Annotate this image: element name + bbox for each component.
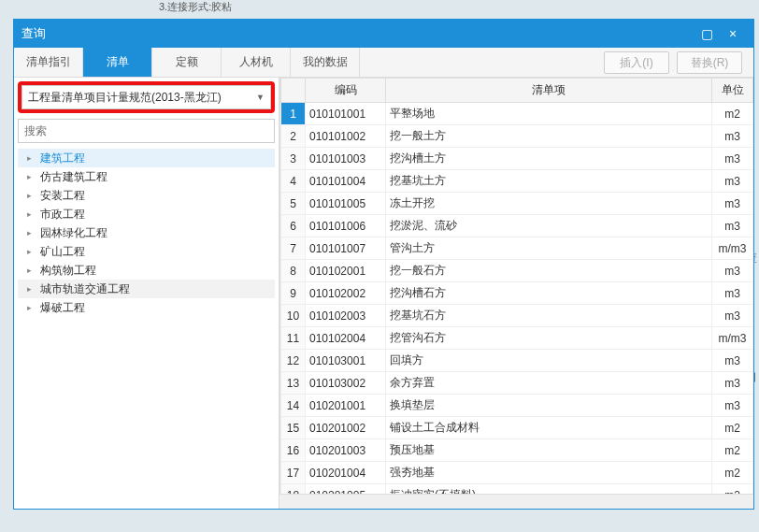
tree-item[interactable]: ▸爆破工程 bbox=[18, 298, 275, 317]
horizontal-scrollbar[interactable] bbox=[279, 494, 753, 509]
row-index: 9 bbox=[281, 282, 306, 305]
cell-code: 010102004 bbox=[306, 327, 386, 350]
spec-dropdown[interactable]: 工程量清单项目计量规范(2013-黑龙江) ▼ bbox=[21, 85, 271, 109]
row-index: 5 bbox=[281, 193, 306, 215]
spec-dropdown-highlight: 工程量清单项目计量规范(2013-黑龙江) ▼ bbox=[18, 81, 275, 113]
caret-right-icon: ▸ bbox=[27, 228, 36, 237]
cell-name: 回填方 bbox=[386, 350, 712, 372]
tree-item-label: 城市轨道交通工程 bbox=[40, 281, 130, 297]
tab-quota[interactable]: 定额 bbox=[152, 48, 222, 77]
tree-item-label: 构筑物工程 bbox=[40, 263, 96, 279]
cell-name: 铺设土工合成材料 bbox=[386, 417, 712, 439]
caret-right-icon: ▸ bbox=[27, 172, 36, 181]
dialog-title: 查询 bbox=[21, 25, 46, 42]
cell-code: 010201003 bbox=[306, 439, 386, 462]
table-row[interactable]: 17010201004强夯地基m2 bbox=[281, 462, 753, 484]
table-row[interactable]: 7010101007管沟土方m/m3 bbox=[281, 237, 753, 260]
table-row[interactable]: 3010101003挖沟槽土方m3 bbox=[281, 148, 753, 170]
tab-list[interactable]: 清单 bbox=[83, 48, 152, 77]
category-tree: ▸建筑工程▸仿古建筑工程▸安装工程▸市政工程▸园林绿化工程▸矿山工程▸构筑物工程… bbox=[18, 149, 275, 505]
table-wrap[interactable]: 编码 清单项 单位 1010101001平整场地m22010101002挖一般土… bbox=[279, 78, 753, 494]
cell-unit: m3 bbox=[712, 170, 753, 193]
cell-name: 挖管沟石方 bbox=[386, 327, 712, 350]
table-row[interactable]: 14010201001换填垫层m3 bbox=[281, 395, 753, 417]
tree-item[interactable]: ▸矿山工程 bbox=[18, 242, 275, 261]
tab-list-guide[interactable]: 清单指引 bbox=[14, 48, 83, 77]
table-row[interactable]: 11010102004挖管沟石方m/m3 bbox=[281, 327, 753, 350]
cell-name: 管沟土方 bbox=[386, 237, 712, 260]
background-text: 3.连接形式:胶粘 bbox=[0, 0, 759, 17]
table-row[interactable]: 15010201002铺设土工合成材料m2 bbox=[281, 417, 753, 439]
cell-name: 挖基坑土方 bbox=[386, 170, 712, 193]
cell-code: 010103002 bbox=[306, 372, 386, 395]
cell-name: 预压地基 bbox=[386, 439, 712, 462]
table-row[interactable]: 6010101006挖淤泥、流砂m3 bbox=[281, 215, 753, 237]
col-head-unit: 单位 bbox=[712, 79, 753, 103]
table-row[interactable]: 2010101002挖一般土方m3 bbox=[281, 125, 753, 148]
cell-code: 010101002 bbox=[306, 125, 386, 148]
table-row[interactable]: 1010101001平整场地m2 bbox=[281, 103, 753, 125]
tree-item[interactable]: ▸构筑物工程 bbox=[18, 261, 275, 280]
table-row[interactable]: 12010103001回填方m3 bbox=[281, 350, 753, 372]
table-row[interactable]: 18010201005振冲密实(不填料)m2 bbox=[281, 484, 753, 495]
tab-my-data[interactable]: 我的数据 bbox=[291, 48, 360, 77]
cell-unit: m3 bbox=[712, 372, 753, 395]
row-index: 18 bbox=[281, 484, 306, 495]
tree-item[interactable]: ▸安装工程 bbox=[18, 186, 275, 205]
cell-unit: m3 bbox=[712, 395, 753, 417]
table-row[interactable]: 5010101005冻土开挖m3 bbox=[281, 193, 753, 215]
cell-name: 强夯地基 bbox=[386, 462, 712, 484]
col-head-idx bbox=[281, 79, 306, 103]
table-row[interactable]: 8010102001挖一般石方m3 bbox=[281, 260, 753, 282]
caret-right-icon: ▸ bbox=[27, 266, 36, 275]
cell-name: 挖一般石方 bbox=[386, 260, 712, 282]
tree-item[interactable]: ▸建筑工程 bbox=[18, 149, 275, 167]
tree-item[interactable]: ▸城市轨道交通工程 bbox=[18, 280, 275, 298]
cell-unit: m/m3 bbox=[712, 327, 753, 350]
table-row[interactable]: 13010103002余方弃置m3 bbox=[281, 372, 753, 395]
row-index: 15 bbox=[281, 417, 306, 439]
cell-unit: m3 bbox=[712, 215, 753, 237]
cell-code: 010201001 bbox=[306, 395, 386, 417]
cell-unit: m2 bbox=[712, 103, 753, 125]
cell-code: 010101003 bbox=[306, 148, 386, 170]
cell-unit: m2 bbox=[712, 439, 753, 462]
cell-name: 换填垫层 bbox=[386, 395, 712, 417]
close-icon[interactable]: × bbox=[720, 24, 746, 43]
tree-item[interactable]: ▸市政工程 bbox=[18, 205, 275, 223]
cell-unit: m3 bbox=[712, 260, 753, 282]
cell-code: 010102002 bbox=[306, 282, 386, 305]
cell-unit: m3 bbox=[712, 305, 753, 327]
titlebar: 查询 ▢ × bbox=[14, 20, 753, 48]
spec-dropdown-value: 工程量清单项目计量规范(2013-黑龙江) bbox=[28, 90, 222, 106]
table-row[interactable]: 4010101004挖基坑土方m3 bbox=[281, 170, 753, 193]
cell-unit: m3 bbox=[712, 193, 753, 215]
table-row[interactable]: 9010102002挖沟槽石方m3 bbox=[281, 282, 753, 305]
insert-button[interactable]: 插入(I) bbox=[604, 51, 669, 74]
cell-unit: m3 bbox=[712, 350, 753, 372]
maximize-icon[interactable]: ▢ bbox=[694, 24, 720, 43]
caret-right-icon: ▸ bbox=[27, 209, 36, 219]
right-pane: 编码 清单项 单位 1010101001平整场地m22010101002挖一般土… bbox=[279, 78, 753, 509]
table-row[interactable]: 16010201003预压地基m2 bbox=[281, 439, 753, 462]
row-index: 17 bbox=[281, 462, 306, 484]
tree-item[interactable]: ▸园林绿化工程 bbox=[18, 223, 275, 242]
row-index: 1 bbox=[281, 103, 306, 125]
tree-item-label: 仿古建筑工程 bbox=[40, 169, 107, 185]
table-row[interactable]: 10010102003挖基坑石方m3 bbox=[281, 305, 753, 327]
row-index: 8 bbox=[281, 260, 306, 282]
cell-code: 010102001 bbox=[306, 260, 386, 282]
search-input[interactable] bbox=[18, 119, 275, 143]
row-index: 13 bbox=[281, 372, 306, 395]
cell-code: 010201004 bbox=[306, 462, 386, 484]
cell-code: 010101006 bbox=[306, 215, 386, 237]
replace-button[interactable]: 替换(R) bbox=[677, 51, 742, 74]
tab-materials[interactable]: 人材机 bbox=[222, 48, 291, 77]
tree-item-label: 爆破工程 bbox=[40, 300, 85, 316]
caret-right-icon: ▸ bbox=[27, 191, 36, 200]
row-index: 11 bbox=[281, 327, 306, 350]
cell-unit: m3 bbox=[712, 148, 753, 170]
cell-name: 振冲密实(不填料) bbox=[386, 484, 712, 495]
tree-item[interactable]: ▸仿古建筑工程 bbox=[18, 167, 275, 186]
cell-name: 挖沟槽土方 bbox=[386, 148, 712, 170]
